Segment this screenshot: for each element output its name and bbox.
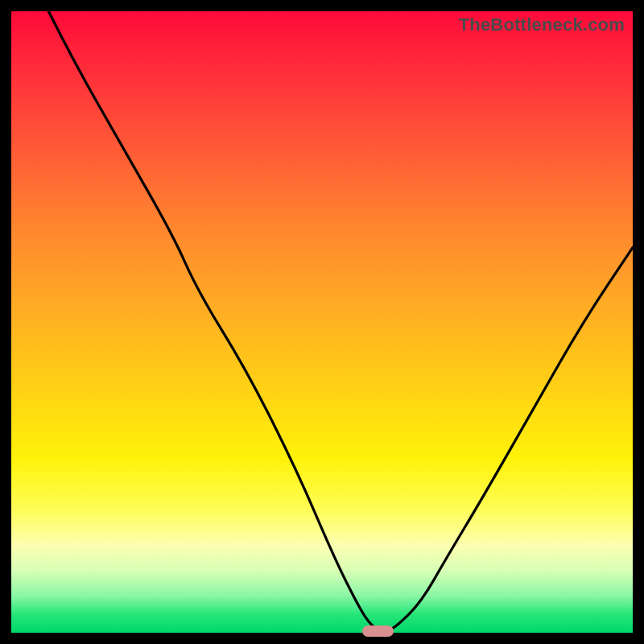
chart-stage: TheBottleneck.com bbox=[0, 0, 644, 644]
plot-area: TheBottleneck.com bbox=[11, 11, 633, 633]
optimal-marker bbox=[362, 625, 394, 637]
bottleneck-curve bbox=[11, 11, 633, 633]
